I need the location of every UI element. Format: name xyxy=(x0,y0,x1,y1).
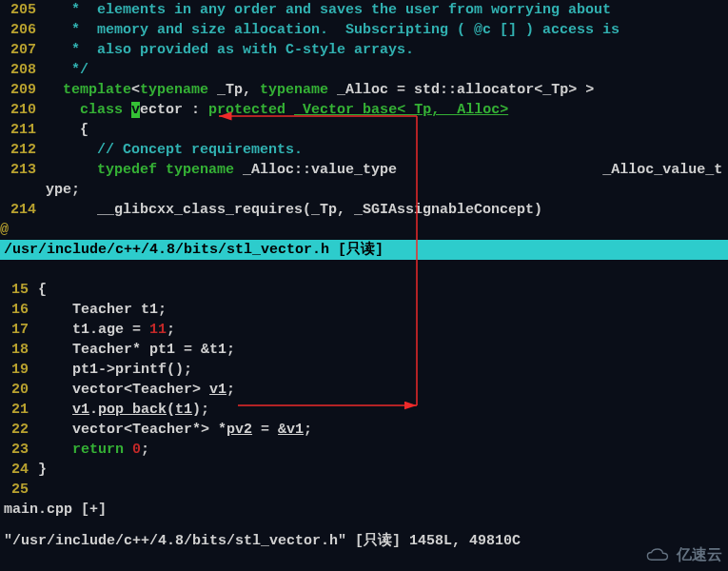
line-number: 17 xyxy=(0,320,38,340)
line-number: 25 xyxy=(0,480,38,500)
command-line[interactable]: "/usr/include/c++/4.8/bits/stl_vector.h"… xyxy=(0,531,728,551)
code-line[interactable]: 23 return 0; xyxy=(0,440,728,460)
line-number: 16 xyxy=(0,300,38,320)
code-text[interactable]: Teacher* pt1 = &t1; xyxy=(38,340,728,360)
code-line[interactable]: 208 */ xyxy=(0,60,728,80)
code-text[interactable]: * memory and size allocation. Subscripti… xyxy=(46,20,728,40)
code-text[interactable]: { xyxy=(46,120,728,140)
line-number: 209 xyxy=(0,80,46,100)
code-text[interactable]: template<typename _Tp, typename _Alloc =… xyxy=(46,80,728,100)
line-number: 208 xyxy=(0,60,46,80)
line-number: 24 xyxy=(0,460,38,480)
code-text[interactable]: __glibcxx_class_requires(_Tp, _SGIAssign… xyxy=(46,200,728,220)
code-text[interactable]: * elements in any order and saves the us… xyxy=(46,0,728,20)
code-text[interactable] xyxy=(38,480,728,500)
code-text[interactable]: Teacher t1; xyxy=(38,300,728,320)
line-number: 206 xyxy=(0,20,46,40)
line-number: 212 xyxy=(0,140,46,160)
code-line[interactable]: 15{ xyxy=(0,280,728,300)
code-line[interactable]: 22 vector<Teacher*> *pv2 = &v1; xyxy=(0,420,728,440)
code-text[interactable]: pt1->printf(); xyxy=(38,360,728,380)
line-number: 211 xyxy=(0,120,46,140)
code-text[interactable]: typedef typename _Alloc::value_type _All… xyxy=(46,160,728,180)
code-line[interactable]: 209 template<typename _Tp, typename _All… xyxy=(0,80,728,100)
line-number: 214 xyxy=(0,200,46,220)
code-line-wrap[interactable]: ype; xyxy=(0,180,728,200)
line-number: 210 xyxy=(0,100,46,120)
code-line[interactable]: 17 t1.age = 11; xyxy=(0,320,728,340)
code-line[interactable]: 213 typedef typename _Alloc::value_type … xyxy=(0,160,728,180)
code-line[interactable]: 214 __glibcxx_class_requires(_Tp, _SGIAs… xyxy=(0,200,728,220)
code-text[interactable]: t1.age = 11; xyxy=(38,320,728,340)
code-line[interactable]: 20 vector<Teacher> v1; xyxy=(0,380,728,400)
code-line[interactable]: 25 xyxy=(0,480,728,500)
code-text[interactable]: v1.pop_back(t1); xyxy=(38,400,728,420)
line-number: 205 xyxy=(0,0,46,20)
code-line[interactable]: 16 Teacher t1; xyxy=(0,300,728,320)
code-text[interactable]: { xyxy=(38,280,728,300)
line-number: 213 xyxy=(0,160,46,180)
code-text[interactable]: } xyxy=(38,460,728,480)
line-number: 22 xyxy=(0,420,38,440)
line-number: 15 xyxy=(0,280,38,300)
line-number: 207 xyxy=(0,40,46,60)
code-line[interactable]: 212 // Concept requirements. xyxy=(0,140,728,160)
code-text[interactable]: * also provided as with C-style arrays. xyxy=(46,40,728,60)
watermark: 亿速云 xyxy=(646,545,722,565)
code-text[interactable]: return 0; xyxy=(38,440,728,460)
code-line[interactable]: 206 * memory and size allocation. Subscr… xyxy=(0,20,728,40)
line-number: 20 xyxy=(0,380,38,400)
code-text[interactable]: vector<Teacher> v1; xyxy=(38,380,728,400)
line-number: 19 xyxy=(0,360,38,380)
line-number: 18 xyxy=(0,340,38,360)
lower-editor-pane[interactable]: 15{16 Teacher t1;17 t1.age = 11;18 Teach… xyxy=(0,280,728,531)
code-text[interactable]: */ xyxy=(46,60,728,80)
lower-statusbar: main.cpp [+] xyxy=(0,500,728,520)
line-number: 21 xyxy=(0,400,38,420)
code-line[interactable]: 207 * also provided as with C-style arra… xyxy=(0,40,728,60)
code-text[interactable]: vector<Teacher*> *pv2 = &v1; xyxy=(38,420,728,440)
code-line[interactable]: 19 pt1->printf(); xyxy=(0,360,728,380)
code-line[interactable]: 21 v1.pop_back(t1); xyxy=(0,400,728,420)
code-line[interactable]: 211 { xyxy=(0,120,728,140)
code-text[interactable]: // Concept requirements. xyxy=(46,140,728,160)
code-line[interactable]: 18 Teacher* pt1 = &t1; xyxy=(0,340,728,360)
upper-editor-pane[interactable]: 205 * elements in any order and saves th… xyxy=(0,0,728,280)
code-line[interactable]: 210 class vector : protected _Vector_bas… xyxy=(0,100,728,120)
code-line[interactable]: 24} xyxy=(0,460,728,480)
code-text[interactable]: class vector : protected _Vector_base<_T… xyxy=(46,100,728,120)
line-number: 23 xyxy=(0,440,38,460)
code-line[interactable]: 205 * elements in any order and saves th… xyxy=(0,0,728,20)
upper-statusbar: /usr/include/c++/4.8/bits/stl_vector.h [… xyxy=(0,240,728,260)
tilde-line: @ xyxy=(0,220,728,240)
